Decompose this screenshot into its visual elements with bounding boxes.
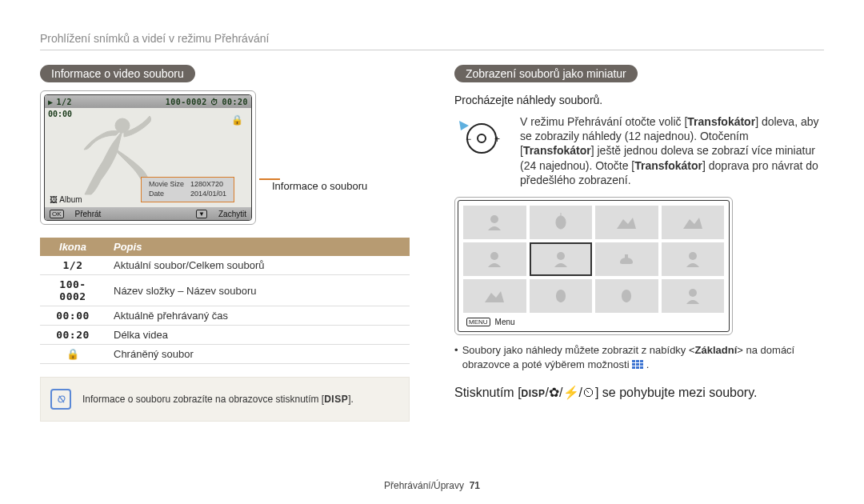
thumb-item (463, 242, 526, 276)
sub-text: Procházejte náhledy souborů. (454, 94, 824, 106)
info-row-value: 2014/01/01 (188, 190, 229, 198)
thumb-item (595, 242, 658, 276)
table-desc: Aktuálně přehrávaný čas (106, 306, 410, 326)
thumb-item (662, 206, 725, 239)
thumb-item (662, 242, 725, 276)
callout-text: Informace o souboru (272, 180, 367, 192)
info-row-label: Date (146, 190, 186, 198)
capture-label: Zachytit (218, 210, 246, 218)
zoom-instructions: V režimu Přehrávání otočte volič [Transf… (520, 114, 824, 187)
col-header-icon: Ikona (40, 238, 106, 256)
svg-point-1 (467, 124, 496, 153)
bullet-text: Soubory jako náhledy můžete zobrazit z n… (462, 343, 824, 372)
navigate-instruction: Stisknutím [DISP/✿/⚡/⏲] se pohybujte mez… (454, 385, 824, 400)
info-callout: Movie Size1280X720 Date2014/01/01 (141, 177, 234, 202)
table-icon: 🔒 (40, 345, 106, 364)
svg-point-7 (557, 252, 565, 260)
section-title-thumbnails: Zobrazení souborů jako miniatur (454, 65, 638, 82)
flash-icon: ⚡ (563, 386, 579, 399)
thumb-item (530, 206, 593, 239)
svg-rect-8 (625, 254, 628, 258)
play-label: Přehrát (75, 210, 102, 218)
menu-label: Menu (495, 318, 515, 326)
bullet-list: • Soubory jako náhledy můžete zobrazit z… (454, 343, 824, 372)
icon-description-table: Ikona Popis 1/2Aktuální soubor/Celkem so… (40, 238, 410, 364)
table-icon: 00:20 (40, 326, 106, 345)
page-footer: Přehrávání/Úpravy 71 (0, 480, 864, 491)
thumb-item (463, 206, 526, 239)
svg-text:+: + (494, 134, 500, 145)
note-icon: ⦰ (50, 389, 71, 410)
breadcrumb: Prohlížení snímků a videí v režimu Přehr… (40, 32, 824, 45)
svg-text:−: − (466, 134, 471, 145)
folder-file-label: 100-0002 (166, 98, 207, 106)
table-desc: Chráněný soubor (106, 345, 410, 364)
menu-button-icon: MENU (466, 318, 490, 326)
svg-point-10 (689, 289, 697, 297)
disp-button-label: DISP (522, 388, 546, 399)
zoom-dial-icon: − + (454, 114, 502, 158)
divider (40, 50, 824, 50)
table-desc: Název složky – Název souboru (106, 275, 410, 306)
table-icon: 00:00 (40, 306, 106, 326)
timer-icon: ⏲ (582, 386, 595, 399)
thumb-item (662, 279, 725, 313)
info-note: ⦰ Informace o souboru zobrazíte na obraz… (40, 377, 410, 422)
thumb-item (595, 206, 658, 239)
table-icon: 100-0002 (40, 275, 106, 306)
section-title-video-info: Informace o video souboru (40, 65, 195, 82)
elapsed-time: 00:00 (48, 110, 72, 118)
note-text: Informace o souboru zobrazíte na obrazov… (82, 394, 354, 406)
svg-point-5 (490, 215, 498, 223)
lock-icon: 🔒 (231, 114, 243, 126)
svg-point-2 (478, 134, 486, 142)
thumb-item-selected (530, 242, 593, 276)
grid-icon (632, 360, 643, 371)
info-row-label: Movie Size (146, 181, 186, 189)
callout-lead-line (259, 178, 280, 180)
col-header-desc: Popis (106, 238, 410, 256)
thumb-item (595, 279, 658, 313)
thumbnail-preview: MENU Menu (454, 197, 733, 335)
table-desc: Délka videa (106, 326, 410, 345)
right-column: Zobrazení souborů jako miniatur Procháze… (454, 65, 824, 422)
macro-icon: ✿ (549, 386, 559, 399)
info-row-value: 1280X720 (188, 181, 229, 189)
video-preview: ▶︎ 1/2 100-0002 ⏱ 00:20 00:00 (40, 90, 256, 225)
album-icon: 🖼 (50, 195, 58, 204)
table-icon: 1/2 (40, 256, 106, 275)
bullet-dot: • (454, 343, 462, 372)
disp-button-label: DISP (324, 394, 348, 405)
play-icon: ▶︎ (48, 98, 54, 106)
clock-icon: ⏱ (210, 98, 219, 106)
counter-label: 1/2 (57, 98, 73, 106)
ok-button-icon: OK (50, 210, 64, 218)
thumb-item (463, 279, 526, 313)
total-time-label: 00:20 (222, 98, 248, 106)
down-icon: ▼ (196, 210, 207, 218)
left-column: Informace o video souboru ▶︎ 1/2 100-000… (40, 65, 410, 422)
table-desc: Aktuální soubor/Celkem souborů (106, 256, 410, 275)
svg-point-6 (490, 252, 498, 260)
svg-point-9 (689, 252, 697, 260)
album-label: 🖼 Album (50, 195, 82, 204)
thumb-item (530, 279, 593, 313)
